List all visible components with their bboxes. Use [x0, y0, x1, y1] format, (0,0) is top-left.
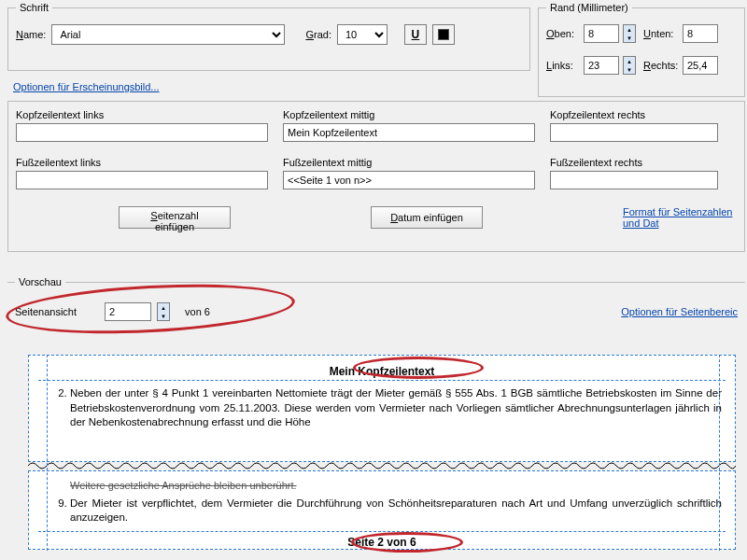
page-range-options-link[interactable]: Optionen für Seitenbereic — [621, 306, 738, 317]
underline-button[interactable]: U — [404, 24, 427, 45]
preview-margin-guide-left — [47, 355, 48, 551]
preview-para-2: Neben der unter § 4 Punkt 1 vereinbarten… — [70, 386, 722, 430]
footer-left-input[interactable] — [16, 171, 268, 189]
footer-right-input[interactable] — [550, 171, 718, 189]
footer-left-label: Fußzeilentext links — [16, 157, 268, 168]
font-name-select[interactable]: Arial — [51, 24, 285, 45]
margin-top-spinner[interactable]: ▲▼ — [623, 24, 636, 43]
preview-header-text: Mein Kopfzeilentext — [38, 363, 726, 381]
insert-date-button[interactable]: Datum einfügen — [371, 206, 483, 229]
header-center-input[interactable] — [283, 123, 535, 142]
preview-page-top: Mein Kopfzeilentext Neben der unter § 4 … — [28, 355, 736, 462]
header-left-label: Kopfzeilentext links — [16, 109, 268, 120]
preview-body-bottom: Weitere gesetzliche Ansprüche bleiben un… — [38, 479, 726, 525]
page-view-input[interactable] — [105, 302, 151, 321]
margin-top-label: Oben: — [546, 28, 580, 39]
font-group: Schrift Name: Arial Grad: 10 U — [7, 2, 530, 71]
margin-left-spinner[interactable]: ▲▼ — [623, 56, 636, 75]
header-left-input[interactable] — [16, 123, 268, 142]
preview-legend: Vorschau — [15, 276, 65, 287]
appearance-options-link[interactable]: Optionen für Erscheinungsbild... — [13, 81, 160, 92]
font-name-label: Name: — [16, 29, 46, 40]
header-right-label: Kopfzeilentext rechts — [550, 109, 718, 120]
page-view-label: Seitenansicht — [15, 306, 77, 317]
preview-page-bottom: Weitere gesetzliche Ansprüche bleiben un… — [28, 470, 736, 550]
page-of-label: von 6 — [185, 306, 210, 317]
font-group-legend: Schrift — [16, 2, 52, 13]
margin-right-label: Rechts: — [643, 60, 679, 71]
margin-group-legend: Rand (Millimeter) — [546, 2, 632, 13]
preview-para-9: Der Mieter ist verpflichtet, dem Vermiet… — [70, 497, 722, 525]
page-view-spinner[interactable]: ▲▼ — [157, 302, 170, 321]
margin-bottom-input[interactable] — [683, 24, 718, 43]
insert-page-number-button[interactable]: Seitenzahl einfügen — [119, 206, 231, 229]
font-color-button[interactable] — [432, 24, 455, 45]
margin-bottom-label: Unten: — [643, 28, 679, 39]
footer-right-label: Fußzeilentext rechts — [550, 157, 718, 168]
font-size-label: Grad: — [305, 29, 331, 40]
footer-center-input[interactable] — [283, 171, 535, 189]
preview-body-top: Neben der unter § 4 Punkt 1 vereinbarten… — [38, 381, 726, 430]
page-number-format-link[interactable]: Format für Seitenzahlen und Dat — [623, 206, 737, 229]
margin-right-input[interactable] — [683, 56, 718, 75]
margin-top-input[interactable] — [584, 24, 619, 43]
margin-group: Rand (Millimeter) Oben: ▲▼ Unten: Links:… — [538, 2, 745, 97]
preview-footer-text: Seite 2 von 6 — [38, 531, 726, 551]
header-center-label: Kopfzeilentext mittig — [283, 109, 535, 120]
font-size-select[interactable]: 10 — [337, 24, 388, 45]
preview-para-8-tail: Weitere gesetzliche Ansprüche bleiben un… — [42, 479, 722, 493]
footer-center-label: Fußzeilentext mittig — [283, 157, 535, 168]
margin-left-input[interactable] — [584, 56, 619, 75]
hf-group: Kopfzeilentext links Kopfzeilentext mitt… — [7, 101, 745, 252]
margin-left-label: Links: — [546, 60, 580, 71]
preview-margin-guide-right — [719, 355, 720, 551]
color-chip-icon — [438, 29, 449, 40]
header-right-input[interactable] — [550, 123, 718, 142]
